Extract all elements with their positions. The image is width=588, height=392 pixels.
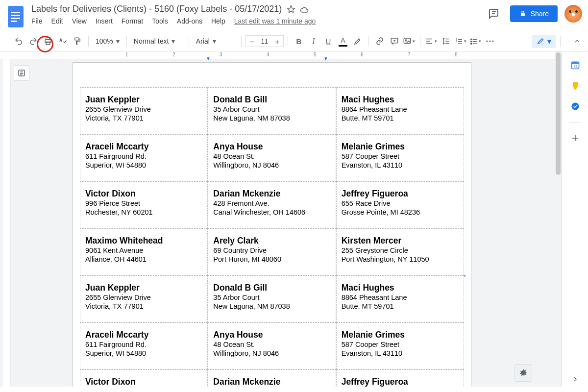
print-button[interactable]	[41, 34, 55, 48]
explore-button[interactable]	[514, 364, 532, 382]
side-panel: 31	[562, 51, 588, 387]
font-size-decrease[interactable]: −	[246, 37, 258, 46]
menu-insert[interactable]: Insert	[96, 17, 113, 25]
label-address-line: 587 Cooper Street	[342, 152, 459, 161]
docs-logo-icon[interactable]	[6, 4, 25, 29]
label-cell[interactable]: Arely Clark69 Country DrivePort Huron, M…	[208, 228, 336, 275]
document-page[interactable]: Juan Keppler2655 Glenview DriveVictoria,…	[73, 62, 471, 387]
line-spacing-button[interactable]	[439, 34, 453, 48]
label-cell[interactable]: Melanie Grimes587 Cooper StreetEvanston,…	[336, 134, 464, 181]
label-cell[interactable]: Araceli Mccarty611 Fairground Rd.Superio…	[80, 134, 208, 181]
label-address-line: New Laguna, NM 87038	[213, 114, 330, 122]
bulleted-list-button[interactable]: ▾	[468, 34, 482, 48]
menu-tools[interactable]: Tools	[152, 17, 168, 25]
label-cell[interactable]: Juan Keppler2655 Glenview DriveVictoria,…	[80, 275, 208, 322]
svg-point-31	[470, 43, 471, 44]
star-icon[interactable]	[287, 5, 295, 14]
redo-button[interactable]	[26, 34, 40, 48]
document-title[interactable]: Labels for Deliveries (Clients) - 5160 (…	[31, 4, 282, 14]
highlight-button[interactable]	[351, 34, 365, 48]
ruler-number: 2	[172, 52, 175, 57]
label-cell[interactable]: Maci Hughes8864 Pheasant LaneButte, MT 5…	[336, 275, 464, 322]
show-outline-button[interactable]	[14, 65, 29, 81]
collapse-sidepanel-button[interactable]	[571, 375, 579, 383]
table-handle-icon[interactable]: ▾	[464, 273, 466, 278]
last-edit-link[interactable]: Last edit was 1 minute ago	[234, 17, 316, 25]
label-cell[interactable]: Maximo Whitehead9061 Kent AvenueAlliance…	[80, 228, 208, 275]
tasks-icon[interactable]	[570, 101, 580, 111]
italic-button[interactable]: I	[307, 34, 320, 48]
label-address-line: 2655 Glenview Drive	[85, 105, 202, 114]
label-cell[interactable]: Donald B Gill35 Arbor CourtNew Laguna, N…	[208, 87, 336, 134]
text-color-button[interactable]: A	[336, 34, 350, 48]
svg-rect-0	[8, 6, 24, 27]
indent-marker-icon[interactable]: ▼	[323, 56, 328, 61]
hide-menus-button[interactable]	[573, 37, 581, 45]
label-address-line: 255 Greystone Circle	[342, 246, 459, 255]
label-cell[interactable]: Juan Keppler2655 Glenview DriveVictoria,…	[80, 87, 208, 134]
label-cell[interactable]: Kirsten Mercer255 Greystone CirclePort W…	[336, 228, 464, 275]
label-cell[interactable]: Darian Mckenzie428 Fremont Ave.Canal Win…	[208, 181, 336, 228]
menu-addons[interactable]: Add-ons	[177, 17, 202, 25]
align-button[interactable]: ▾	[424, 34, 438, 48]
ruler-number: 1	[125, 52, 128, 57]
underline-button[interactable]: U	[321, 34, 335, 48]
font-select[interactable]: Arial▾	[193, 37, 237, 45]
svg-rect-43	[571, 62, 579, 64]
label-cell[interactable]: Donald B Gill35 Arbor CourtNew Laguna, N…	[208, 275, 336, 322]
cloud-check-icon[interactable]	[299, 5, 309, 14]
label-cell[interactable]: Maci Hughes8864 Pheasant LaneButte, MT 5…	[336, 87, 464, 134]
label-address-line: Canal Winchester, OH 14606	[213, 208, 330, 217]
add-addon-icon[interactable]	[570, 133, 580, 143]
more-toolbar-button[interactable]	[483, 34, 497, 48]
menu-edit[interactable]: Edit	[51, 17, 63, 25]
label-cell[interactable]: Jeffrey Figueroa	[336, 369, 464, 387]
font-size-increase[interactable]: +	[271, 37, 283, 46]
label-address-line: 8864 Pheasant Lane	[342, 293, 459, 302]
insert-comment-button[interactable]	[388, 34, 401, 48]
font-size-value[interactable]: 11	[258, 38, 271, 45]
vertical-ruler[interactable]	[3, 59, 11, 387]
mode-switcher[interactable]: ▾	[532, 35, 556, 48]
label-address-line: Evanston, IL 43110	[342, 161, 459, 170]
share-button[interactable]: Share	[510, 5, 558, 22]
vertical-scrollbar[interactable]	[555, 51, 562, 364]
insert-link-button[interactable]	[373, 34, 387, 48]
label-cell[interactable]: Anya House48 Ocean St.Willingboro, NJ 80…	[208, 134, 336, 181]
svg-point-36	[489, 40, 490, 42]
undo-button[interactable]	[12, 34, 25, 48]
label-cell[interactable]: Melanie Grimes587 Cooper StreetEvanston,…	[336, 322, 464, 369]
paint-format-button[interactable]	[71, 34, 84, 48]
numbered-list-button[interactable]: 12▾	[454, 34, 467, 48]
account-avatar[interactable]	[564, 5, 582, 23]
label-address-line: New Laguna, NM 87038	[213, 302, 330, 311]
keep-icon[interactable]	[570, 81, 580, 91]
zoom-select[interactable]: 100%▾	[93, 37, 122, 45]
ruler-number: 7	[408, 52, 411, 57]
label-address-line: Grosse Pointe, MI 48236	[342, 208, 459, 217]
menu-format[interactable]: Format	[122, 17, 143, 25]
svg-rect-8	[521, 13, 525, 16]
horizontal-ruler[interactable]: 1 2 ▼ 3 4 5 ▼ 6 7 8	[0, 51, 562, 59]
indent-marker-icon[interactable]: ▼	[206, 56, 211, 61]
menu-help[interactable]: Help	[211, 17, 225, 25]
spellcheck-button[interactable]	[56, 34, 70, 48]
label-cell[interactable]: Victor Dixon996 Pierce StreetRochester, …	[80, 181, 208, 228]
label-address-line: Port Huron, MI 48060	[213, 255, 330, 264]
open-comments-button[interactable]	[484, 4, 503, 24]
menu-file[interactable]: File	[31, 17, 43, 25]
bold-button[interactable]: B	[292, 34, 306, 48]
label-cell[interactable]: Darian Mckenzie	[208, 369, 336, 387]
label-cell[interactable]: Araceli Mccarty611 Fairground Rd.Superio…	[80, 322, 208, 369]
label-name: Jeffrey Figueroa	[342, 377, 459, 387]
label-name: Araceli Mccarty	[85, 142, 202, 152]
styles-select[interactable]: Normal text▾	[131, 37, 185, 45]
label-cell[interactable]: Anya House48 Ocean St.Willingboro, NJ 80…	[208, 322, 336, 369]
calendar-icon[interactable]: 31	[570, 60, 580, 70]
label-cell[interactable]: Victor Dixon	[80, 369, 208, 387]
caret-down-icon: ▾	[413, 39, 415, 44]
insert-image-button[interactable]: ▾	[402, 34, 416, 48]
menu-view[interactable]: View	[72, 17, 87, 25]
scrollbar-thumb[interactable]	[556, 52, 561, 175]
label-cell[interactable]: Jeffrey Figueroa655 Race DriveGrosse Poi…	[336, 181, 464, 228]
